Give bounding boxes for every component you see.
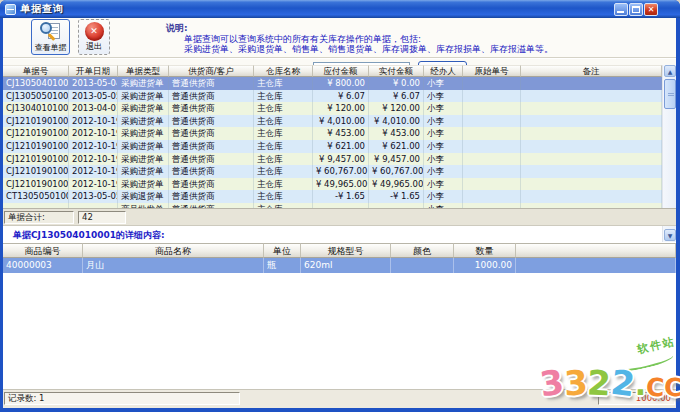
cell: 40000003: [3, 258, 83, 273]
table-row[interactable]: CJ1210190100042012-10-19采购进货单普通供货商主仓库¥ 6…: [3, 140, 662, 153]
cell: 小李: [424, 102, 463, 115]
table-row[interactable]: CJ1305040100012013-05-04采购进货单普通供货商主仓库¥ 8…: [3, 77, 662, 90]
column-header: 颜色: [391, 243, 454, 258]
column-header: 商品名称: [83, 243, 264, 258]
cell: 主仓库: [254, 102, 313, 115]
table-row[interactable]: CJ1210190100062012-10-19采购进货单普通供货商主仓库¥ 4…: [3, 115, 662, 128]
cell: 采购进货单: [118, 127, 169, 140]
cell: ¥ 621.00: [369, 140, 424, 153]
cell: [521, 90, 662, 103]
cell: 2012-10-19: [69, 165, 118, 178]
cell: [391, 258, 454, 273]
cell: 主仓库: [254, 153, 313, 166]
cell: 采购进货单: [118, 153, 169, 166]
column-header: 供货商/客户: [169, 65, 254, 77]
column-header: 仓库名称: [254, 65, 313, 77]
view-document-button[interactable]: 查看单据: [31, 19, 70, 55]
minimize-icon: [617, 11, 624, 13]
cell: ¥ 120.00: [369, 102, 424, 115]
status-bar: 记录数: 1 1000.00: [3, 389, 676, 408]
exit-label: 退出: [86, 42, 102, 52]
detail-table-row[interactable]: 40000003月山瓶620ml1000.00: [3, 258, 676, 273]
cell: 普通供货商: [169, 77, 254, 90]
cell: CJ121019010004: [3, 140, 69, 153]
cell: ¥ 120.00: [313, 102, 369, 115]
cell: 2012-10-19: [69, 115, 118, 128]
record-count: 记录数: 1: [4, 392, 240, 405]
cell: [521, 153, 662, 166]
scroll-up-button[interactable]: ▲: [664, 65, 676, 77]
title-bar: 单据查询 ✕: [0, 0, 680, 18]
cell: 主仓库: [254, 178, 313, 191]
exit-button[interactable]: ✕ 退出: [78, 19, 110, 55]
total-quantity: 1000.00: [598, 392, 675, 405]
cell: 小李: [424, 190, 463, 203]
red-x-icon: ✕: [85, 22, 104, 41]
cell: [463, 178, 521, 191]
cell: [521, 178, 662, 191]
close-button[interactable]: ✕: [644, 3, 658, 16]
scroll-down-button[interactable]: ▼: [664, 229, 676, 241]
cell: 主仓库: [254, 77, 313, 90]
cell: 小李: [424, 127, 463, 140]
orders-table-body: CJ1305040100012013-05-04采购进货单普通供货商主仓库¥ 8…: [3, 77, 662, 208]
app-icon: [5, 4, 16, 15]
cell: 普通供货商: [169, 165, 254, 178]
cell: [463, 77, 521, 90]
cell: CJ121019010006: [3, 115, 69, 128]
detail-table-body: 40000003月山瓶620ml1000.00: [3, 258, 676, 273]
notice-line-2: 采购进货单、采购退货单、销售单、销售退货单、库存调拨单、库存报损单、库存报溢单等…: [184, 43, 553, 56]
column-header: 备注: [521, 65, 662, 77]
column-header: 单位: [264, 243, 301, 258]
toolbar: 查看单据 ✕ 退出 说明: 单据查询可以查询系统中的所有有关库存操作的单据，包括…: [3, 18, 676, 58]
cell: -¥ 1.65: [369, 190, 424, 203]
summary-bar: 单据合计: 42: [3, 208, 676, 226]
cell: 采购进货单: [118, 178, 169, 191]
cell: 普通供货商: [169, 127, 254, 140]
table-row[interactable]: CJ1210190100022012-10-19采购进货单普通供货商主仓库¥ 6…: [3, 165, 662, 178]
column-header: 开单日期: [69, 65, 118, 77]
cell: 2013-05-05: [69, 90, 118, 103]
cell: [516, 258, 676, 273]
table-row[interactable]: CJ1305050100022013-05-05采购进货单普通供货商主仓库¥ 6…: [3, 90, 662, 103]
table-row[interactable]: CJ1304010100012013-04-01采购进货单普通供货商主仓库¥ 1…: [3, 102, 662, 115]
cell: CJ121019010005: [3, 127, 69, 140]
cell: CT130505010001: [3, 190, 69, 203]
table-row[interactable]: CJ1210190100032012-10-19采购进货单普通供货商主仓库¥ 9…: [3, 153, 662, 166]
minimize-button[interactable]: [614, 3, 628, 16]
cell: 采购进货单: [118, 102, 169, 115]
table-row[interactable]: CJ1210190100052012-10-19采购进货单普通供货商主仓库¥ 4…: [3, 127, 662, 140]
cell: 小李: [424, 140, 463, 153]
cell: 主仓库: [254, 90, 313, 103]
cell: CJ130505010002: [3, 90, 69, 103]
window-title: 单据查询: [20, 2, 64, 16]
cell: ¥ 800.00: [313, 77, 369, 90]
cell: 主仓库: [254, 165, 313, 178]
cell: 普通供货商: [169, 140, 254, 153]
detail-caption: 单据CJ130504010001的详细内容:: [13, 229, 165, 242]
column-header: 实付金额: [369, 65, 424, 77]
cell: 小李: [424, 77, 463, 90]
cell: [521, 127, 662, 140]
cell: 主仓库: [254, 140, 313, 153]
cell: CJ130504010001: [3, 77, 69, 90]
cell: 620ml: [301, 258, 391, 273]
cell: ¥ 0.00: [369, 77, 424, 90]
cell: ¥ 6.07: [313, 90, 369, 103]
cell: 2013-05-05: [69, 190, 118, 203]
cell: [521, 102, 662, 115]
cell: ¥ 9,457.00: [369, 153, 424, 166]
cell: 普通供货商: [169, 115, 254, 128]
cell: 瓶: [264, 258, 301, 273]
cell: 主仓库: [254, 190, 313, 203]
magnifier-document-icon: [40, 22, 62, 42]
cell: [463, 153, 521, 166]
maximize-button[interactable]: [629, 3, 643, 16]
table-row[interactable]: CJ1210190100012012-10-19采购进货单普通供货商主仓库¥ 4…: [3, 178, 662, 191]
cell: ¥ 6.07: [369, 90, 424, 103]
cell: 1000.00: [454, 258, 516, 273]
column-header: 商品编号: [3, 243, 83, 258]
client-area: 查看单据 ✕ 退出 说明: 单据查询可以查询系统中的所有有关库存操作的单据，包括…: [3, 18, 676, 408]
table-row[interactable]: CT1305050100012013-05-05采购退货单普通供货商主仓库-¥ …: [3, 190, 662, 203]
scrollbar-thumb[interactable]: [664, 79, 676, 109]
